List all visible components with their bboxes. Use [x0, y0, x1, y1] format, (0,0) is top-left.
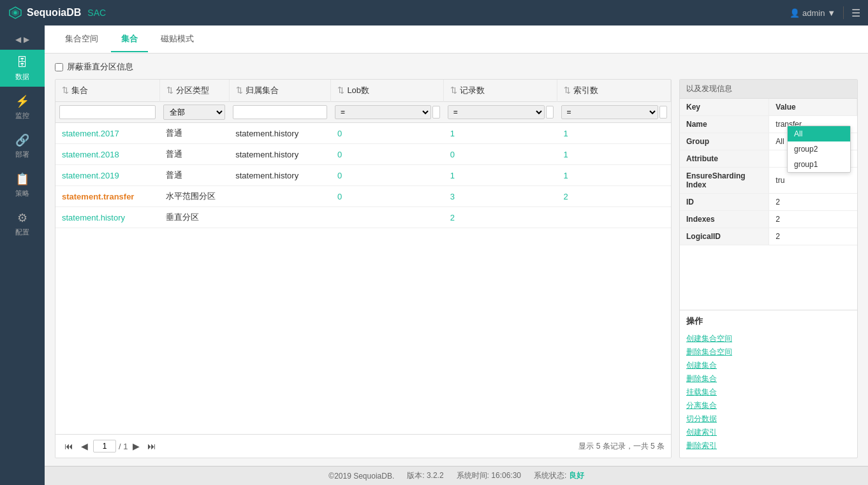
col-header-records: ⇅记录数 [444, 80, 557, 102]
sidebar-item-label-deploy: 部署 [15, 150, 29, 159]
footer-version: 版本: 3.2.2 [407, 470, 443, 481]
footer-time-label: 系统时间: [457, 471, 489, 480]
last-page-button[interactable]: ⏭ [145, 440, 159, 452]
row-0-col-0[interactable]: statement.2017 [55, 123, 159, 144]
table-header-row: ⇅集合 ⇅分区类型 ⇅归属集合 ⇅Lob数 [55, 80, 671, 102]
col-header-partition-type: ⇅分区类型 [159, 80, 229, 102]
ops-link-3[interactable]: 删除集合 [686, 372, 851, 386]
row-3-col-0[interactable]: statement.transfer [55, 186, 159, 207]
filter-lob-op[interactable]: =>< [335, 105, 431, 119]
next-page-button[interactable]: ▶ [130, 440, 142, 452]
row-0-col-1: 普通 [159, 123, 229, 144]
right-panel: 以及发现信息 Key Value NametransferGroupAll ▼A… [679, 79, 858, 458]
sidebar-item-data[interactable]: 🗄 数据 [0, 50, 45, 87]
sidebar-item-strategy[interactable]: 📋 策略 [0, 166, 45, 203]
row-3-col-3: 0 [331, 186, 444, 207]
row-2-col-0[interactable]: statement.2019 [55, 165, 159, 186]
filter-indexes-op[interactable]: =>< [561, 105, 658, 119]
filter-bar: 屏蔽垂直分区信息 [55, 61, 858, 73]
row-4-col-1: 垂直分区 [159, 207, 229, 228]
page-number-input[interactable] [93, 440, 116, 452]
filter-partition-select[interactable]: 全部 普通 水平范围分区 垂直分区 [163, 105, 225, 120]
filter-parent-input[interactable] [233, 105, 327, 119]
row-4-col-0[interactable]: statement.history [55, 207, 159, 228]
footer-time: 系统时间: 16:06:30 [457, 470, 521, 481]
hide-vertical-checkbox[interactable] [55, 63, 63, 71]
col-header-indexes: ⇅索引数 [557, 80, 671, 102]
sort-lob-icon[interactable]: ⇅ [337, 85, 344, 95]
row-1-col-1: 普通 [159, 144, 229, 165]
dropdown-option-group2[interactable]: group2 [788, 141, 850, 157]
filter-indexes-group: =>< [561, 105, 667, 119]
sidebar-item-monitor[interactable]: ⚡ 监控 [0, 88, 45, 126]
sort-partition-icon[interactable]: ⇅ [166, 85, 173, 95]
collapse-icon: ◀ ▶ [15, 35, 29, 44]
filter-records-op[interactable]: =>< [448, 105, 545, 119]
row-1-col-0[interactable]: statement.2018 [55, 144, 159, 165]
filter-partition-type: 全部 普通 水平范围分区 垂直分区 [159, 102, 229, 123]
ops-link-0[interactable]: 创建集合空间 [686, 332, 851, 345]
col-header-lob: ⇅Lob数 [331, 80, 444, 102]
row-2-col-4: 1 [444, 165, 557, 186]
row-2-col-5: 1 [557, 165, 671, 186]
table-body: statement.2017普通statement.history011stat… [55, 123, 671, 228]
sort-collection-icon[interactable]: ⇅ [62, 85, 69, 95]
info-key-3: EnsureSharding Index [680, 168, 769, 194]
sidebar-collapse-button[interactable]: ◀ ▶ [0, 31, 45, 48]
hide-vertical-label[interactable]: 屏蔽垂直分区信息 [67, 61, 133, 73]
sidebar: ◀ ▶ 🗄 数据 ⚡ 监控 🔗 部署 📋 策略 ⚙ 配置 [0, 25, 45, 485]
svg-point-2 [14, 11, 17, 15]
user-menu[interactable]: 👤 admin ▼ [790, 8, 835, 18]
app-subtitle: SAC [87, 8, 106, 18]
info-value-header: Value [769, 99, 857, 116]
filter-lob-input[interactable] [432, 106, 440, 119]
sort-parent-icon[interactable]: ⇅ [236, 85, 243, 95]
ops-link-6[interactable]: 切分数据 [686, 412, 851, 426]
dropdown-option-group1[interactable]: group1 [788, 157, 850, 172]
tab-collection[interactable]: 集合 [111, 27, 148, 52]
sort-records-icon[interactable]: ⇅ [450, 85, 457, 95]
dropdown-option-all[interactable]: All [788, 126, 850, 141]
ops-link-5[interactable]: 分离集合 [686, 399, 851, 412]
tab-collection-space[interactable]: 集合空间 [55, 27, 108, 52]
operations-section: 操作 创建集合空间删除集合空间创建集合删除集合挂载集合分离集合切分数据创建索引删… [680, 310, 857, 458]
row-0-col-3: 0 [331, 123, 444, 144]
row-1-col-3: 0 [331, 144, 444, 165]
info-key-5: Indexes [680, 211, 769, 228]
first-page-button[interactable]: ⏮ [62, 440, 76, 452]
table-row: statement.2019普通statement.history011 [55, 165, 671, 186]
monitor-icon: ⚡ [15, 94, 29, 108]
hamburger-icon[interactable]: ☰ [851, 7, 860, 19]
sidebar-item-config[interactable]: ⚙ 配置 [0, 205, 45, 242]
info-row-4: ID2 [680, 194, 857, 211]
table-wrapper: ⇅集合 ⇅分区类型 ⇅归属集合 ⇅Lob数 [55, 79, 672, 458]
filter-records-input[interactable] [546, 106, 554, 119]
footer-time-value: 16:06:30 [491, 471, 521, 480]
table-row: statement.2017普通statement.history011 [55, 123, 671, 144]
tab-sticky-mode[interactable]: 磁贴模式 [151, 27, 204, 52]
ops-link-1[interactable]: 删除集合空间 [686, 345, 851, 359]
sort-indexes-icon[interactable]: ⇅ [564, 85, 571, 95]
filter-indexes-input[interactable] [659, 106, 667, 119]
row-2-col-1: 普通 [159, 165, 229, 186]
filter-lob: =>< [331, 102, 444, 123]
table-row: statement.transfer水平范围分区032 [55, 186, 671, 207]
main-content: 集合空间 集合 磁贴模式 屏蔽垂直分区信息 [45, 25, 868, 485]
table-container: ⇅集合 ⇅分区类型 ⇅归属集合 ⇅Lob数 [55, 79, 858, 458]
ops-link-4[interactable]: 挂载集合 [686, 386, 851, 399]
prev-page-button[interactable]: ◀ [78, 440, 91, 452]
filter-collection-input[interactable] [59, 105, 156, 119]
strategy-icon: 📋 [15, 172, 29, 186]
ops-link-7[interactable]: 创建索引 [686, 426, 851, 439]
ops-link-2[interactable]: 创建集合 [686, 359, 851, 372]
filter-parent [229, 102, 331, 123]
ops-link-8[interactable]: 删除索引 [686, 439, 851, 452]
footer-status: 系统状态: 良好 [534, 470, 584, 481]
sidebar-item-deploy[interactable]: 🔗 部署 [0, 127, 45, 164]
group-dropdown: All group2 group1 [787, 126, 851, 173]
row-2-col-2: statement.history [229, 165, 331, 186]
table-scroll[interactable]: ⇅集合 ⇅分区类型 ⇅归属集合 ⇅Lob数 [55, 80, 671, 434]
user-label: admin [802, 8, 825, 18]
operations-links: 创建集合空间删除集合空间创建集合删除集合挂载集合分离集合切分数据创建索引删除索引 [686, 332, 851, 452]
filter-row: 全部 普通 水平范围分区 垂直分区 [55, 102, 671, 123]
